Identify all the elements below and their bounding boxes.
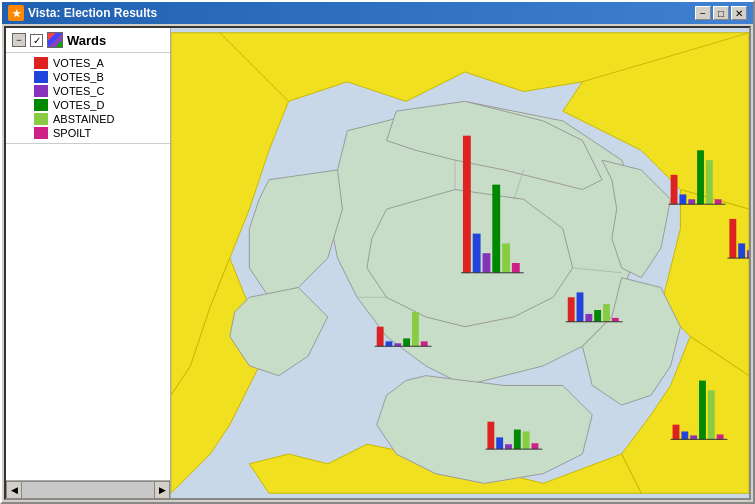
- svg-rect-44: [412, 312, 419, 346]
- legend-item-votes_d: VOTES_D: [34, 99, 162, 111]
- svg-rect-23: [502, 243, 510, 272]
- legend-color-abstained: [34, 113, 48, 125]
- svg-rect-33: [729, 219, 736, 258]
- election-map: [171, 28, 749, 498]
- svg-rect-31: [715, 199, 722, 204]
- window-content: − ✓ Wards VOTES_AVOTES_BVOTES_CVOTES_DAB…: [4, 26, 751, 500]
- svg-rect-19: [463, 136, 471, 273]
- svg-rect-20: [473, 234, 481, 273]
- svg-rect-40: [377, 327, 384, 347]
- legend-label-abstained: ABSTAINED: [53, 113, 115, 125]
- svg-rect-27: [679, 194, 686, 204]
- collapse-button[interactable]: −: [12, 33, 26, 47]
- legend-label-spoilt: SPOILT: [53, 127, 91, 139]
- svg-rect-50: [594, 310, 601, 322]
- svg-rect-34: [738, 243, 745, 258]
- legend-label-votes_b: VOTES_B: [53, 71, 104, 83]
- sidebar-header: − ✓ Wards: [6, 28, 170, 53]
- svg-rect-65: [708, 390, 715, 439]
- svg-rect-56: [505, 444, 512, 449]
- legend-label-votes_a: VOTES_A: [53, 57, 104, 69]
- close-button[interactable]: ✕: [731, 6, 747, 20]
- title-buttons: − □ ✕: [695, 6, 747, 20]
- svg-rect-51: [603, 304, 610, 322]
- svg-rect-63: [690, 435, 697, 439]
- legend-label-votes_d: VOTES_D: [53, 99, 104, 111]
- map-area[interactable]: [171, 28, 749, 498]
- svg-rect-29: [697, 150, 704, 204]
- sidebar: − ✓ Wards VOTES_AVOTES_BVOTES_CVOTES_DAB…: [6, 28, 171, 498]
- maximize-button[interactable]: □: [713, 6, 729, 20]
- svg-rect-64: [699, 381, 706, 440]
- window-frame: ★ Vista: Election Results − □ ✕ − ✓ Ward…: [0, 0, 755, 504]
- minimize-button[interactable]: −: [695, 6, 711, 20]
- sidebar-title: Wards: [67, 33, 106, 48]
- legend-color-spoilt: [34, 127, 48, 139]
- svg-rect-47: [568, 297, 575, 321]
- svg-rect-55: [496, 437, 503, 449]
- window-title: Vista: Election Results: [28, 6, 157, 20]
- svg-rect-58: [523, 432, 530, 450]
- title-bar-left: ★ Vista: Election Results: [8, 5, 157, 21]
- svg-rect-30: [706, 160, 713, 204]
- svg-rect-66: [717, 434, 724, 439]
- svg-rect-57: [514, 430, 521, 450]
- svg-rect-49: [585, 314, 592, 322]
- legend-items: VOTES_AVOTES_BVOTES_CVOTES_DABSTAINEDSPO…: [6, 53, 170, 143]
- svg-rect-62: [681, 432, 688, 440]
- legend-color-votes_b: [34, 71, 48, 83]
- legend-item-abstained: ABSTAINED: [34, 113, 162, 125]
- legend-item-votes_a: VOTES_A: [34, 57, 162, 69]
- legend-item-spoilt: SPOILT: [34, 127, 162, 139]
- svg-rect-52: [612, 318, 619, 322]
- legend-color-votes_d: [34, 99, 48, 111]
- scroll-track[interactable]: [22, 481, 154, 499]
- svg-rect-43: [403, 338, 410, 346]
- svg-rect-26: [671, 175, 678, 204]
- svg-rect-61: [673, 425, 680, 440]
- legend-color-votes_c: [34, 85, 48, 97]
- svg-rect-21: [483, 253, 491, 273]
- app-icon: ★: [8, 5, 24, 21]
- legend-label-votes_c: VOTES_C: [53, 85, 104, 97]
- svg-rect-24: [512, 263, 520, 273]
- svg-rect-28: [688, 199, 695, 204]
- sidebar-scroll-area: [6, 143, 170, 480]
- svg-rect-22: [492, 185, 500, 273]
- svg-marker-12: [249, 170, 342, 297]
- scroll-left-arrow[interactable]: ◀: [6, 481, 22, 499]
- scroll-right-arrow[interactable]: ▶: [154, 481, 170, 499]
- title-bar: ★ Vista: Election Results − □ ✕: [2, 2, 753, 24]
- legend-item-votes_c: VOTES_C: [34, 85, 162, 97]
- svg-rect-35: [747, 250, 749, 258]
- svg-rect-48: [577, 292, 584, 321]
- sidebar-scrollbar: ◀ ▶: [6, 480, 170, 498]
- svg-rect-45: [421, 341, 428, 346]
- legend-item-votes_b: VOTES_B: [34, 71, 162, 83]
- svg-rect-41: [386, 341, 393, 346]
- svg-rect-54: [487, 422, 494, 449]
- svg-rect-59: [532, 443, 539, 449]
- legend-color-votes_a: [34, 57, 48, 69]
- layer-checkbox[interactable]: ✓: [30, 34, 43, 47]
- layer-icon: [47, 32, 63, 48]
